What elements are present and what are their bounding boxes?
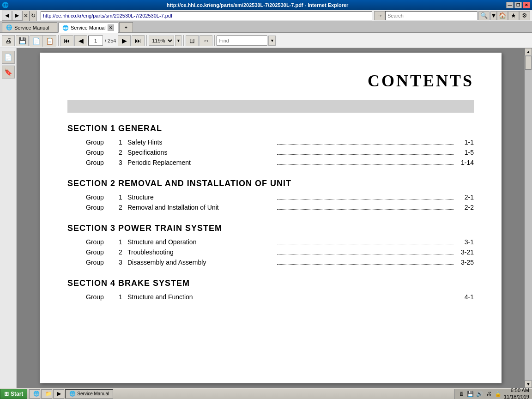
- favorites-button[interactable]: ★: [508, 11, 519, 20]
- print-button[interactable]: 🖨: [2, 35, 15, 46]
- toc-entry-4-1: Group 1 Structure and Function 4-1: [67, 292, 474, 302]
- pdf-view-buttons: 📄 📋: [30, 35, 56, 46]
- sidebar: 📄 🔖: [0, 48, 17, 388]
- tab-label-1: Service Manual: [71, 25, 106, 30]
- toc-entry-2-2: Group 2 Removal and Installation of Unit…: [67, 202, 474, 212]
- system-clock: 6:50 AM 11/18/2019: [504, 387, 529, 399]
- tab-label-0: Service Manual: [14, 25, 49, 30]
- start-label: Start: [11, 391, 23, 397]
- find-dropdown-button[interactable]: ▼: [268, 36, 276, 46]
- section2-title: SECTION 2 REMOVAL AND INSTALLATION OF UN…: [67, 179, 474, 188]
- separator-1: [58, 35, 59, 46]
- page-total: / 254: [104, 38, 117, 43]
- pdf-toolbar: 🖨 💾 📄 📋 ⏮ ◀ / 254 ▶ ⏭ 119% 100% 75% 150%…: [0, 33, 532, 48]
- search-options-button[interactable]: ▼: [490, 11, 497, 20]
- sidebar-pages-icon[interactable]: 📄: [2, 51, 15, 64]
- new-tab-button[interactable]: +: [119, 22, 133, 32]
- go-button[interactable]: →: [374, 11, 385, 20]
- tabs-bar: 🌐 Service Manual 🌐 Service Manual ✕ +: [0, 21, 532, 33]
- scroll-up-button[interactable]: ▲: [525, 48, 532, 55]
- separator-4: [214, 35, 215, 46]
- sidebar-bookmarks-icon[interactable]: 🔖: [2, 66, 15, 79]
- taskbar-pdf-label: Service Manual: [77, 391, 109, 396]
- contents-title: CONTENTS: [67, 71, 474, 91]
- first-page-button[interactable]: ⏮: [60, 35, 73, 46]
- nav-bar: ◀ ▶ ✕ ↻ → 🔍 ▼ 🏠 ★ ⚙: [0, 10, 532, 21]
- tray-monitor-icon: 🖥: [458, 390, 465, 398]
- taskbar-ie-icon[interactable]: 🌐: [29, 389, 40, 399]
- tray-disk-icon: 💾: [467, 390, 474, 398]
- address-input[interactable]: [41, 11, 372, 20]
- window-title: http://ce.hhi.co.kr/eng/parts/sm/202530L…: [167, 2, 349, 8]
- windows-logo: ⊞: [4, 391, 9, 397]
- scroll-down-button[interactable]: ▼: [525, 381, 532, 388]
- scroll-thumb[interactable]: [525, 56, 532, 70]
- page-number-input[interactable]: [88, 36, 103, 46]
- save-button[interactable]: 💾: [16, 35, 29, 46]
- toc-entry-1-1: Group 1 Safety Hints 1-1: [67, 137, 474, 147]
- tray-volume-icon[interactable]: 🔊: [476, 390, 484, 398]
- toc-entry-3-1: Group 1 Structure and Operation 3-1: [67, 237, 474, 247]
- search-input[interactable]: [385, 11, 478, 20]
- scroll-track[interactable]: [525, 55, 532, 381]
- fit-page-button[interactable]: ⊡: [186, 35, 199, 46]
- restore-button[interactable]: ❐: [514, 2, 522, 8]
- last-page-button[interactable]: ⏭: [132, 35, 145, 46]
- tray-lock-icon: 🔒: [495, 390, 502, 398]
- next-page-button[interactable]: ▶: [118, 35, 131, 46]
- start-button[interactable]: ⊞ Start: [0, 389, 27, 399]
- contents-header-bar: [67, 100, 474, 113]
- toc-entry-1-3: Group 3 Periodic Replacement 1-14: [67, 157, 474, 168]
- taskbar-ie-icon-2: 🌐: [69, 391, 76, 397]
- taskbar-items: 🌐 📁 ▶ 🌐 Service Manual: [27, 389, 454, 399]
- separator-3: [183, 35, 184, 46]
- zoom-select[interactable]: 119% 100% 75% 150%: [149, 36, 174, 46]
- refresh-button[interactable]: ↻: [30, 11, 37, 21]
- clock-date: 11/18/2019: [504, 394, 529, 399]
- find-input[interactable]: [217, 36, 267, 46]
- tab-close-button[interactable]: ✕: [108, 24, 114, 31]
- section4-title: SECTION 4 BRAKE SYSTEM: [67, 278, 474, 288]
- title-bar: 🌐 http://ce.hhi.co.kr/eng/parts/sm/20253…: [0, 0, 532, 10]
- separator-2: [146, 35, 147, 46]
- address-bar-container: →: [41, 11, 385, 20]
- taskbar: ⊞ Start 🌐 📁 ▶ 🌐 Service Manual 🖥 💾 🔊 🖨 🔒…: [0, 388, 532, 399]
- search-go-button[interactable]: 🔍: [478, 11, 490, 20]
- section3-title: SECTION 3 POWER TRAIN SYSTEM: [67, 224, 474, 233]
- search-container: 🔍 ▼: [385, 11, 497, 20]
- continuous-button[interactable]: 📋: [43, 36, 56, 47]
- clock-time: 6:50 AM: [504, 387, 529, 393]
- pdf-page: CONTENTS SECTION 1 GENERAL Group 1 Safet…: [40, 53, 502, 383]
- close-button[interactable]: ✕: [523, 2, 530, 8]
- tray-printer-icon: 🖨: [485, 390, 493, 398]
- taskbar-folder[interactable]: 📁: [41, 389, 52, 399]
- stop-button[interactable]: ✕: [22, 11, 30, 21]
- toc-entry-1-2: Group 2 Specifications 1-5: [67, 147, 474, 157]
- toc-entry-3-2: Group 2 Troubleshooting 3-21: [67, 247, 474, 257]
- back-button[interactable]: ◀: [2, 11, 12, 21]
- toc-entry-2-1: Group 1 Structure 2-1: [67, 192, 474, 202]
- fit-width-button[interactable]: ↔: [200, 35, 212, 46]
- tab-ie-icon-0: 🌐: [6, 24, 12, 30]
- forward-button[interactable]: ▶: [12, 11, 22, 21]
- prev-page-button[interactable]: ◀: [74, 35, 87, 46]
- toc-entry-3-3: Group 3 Disassembly and Assembly 3-25: [67, 257, 474, 267]
- tools-button[interactable]: ⚙: [519, 11, 530, 20]
- single-page-button[interactable]: 📄: [30, 36, 43, 47]
- pdf-viewer[interactable]: CONTENTS SECTION 1 GENERAL Group 1 Safet…: [17, 48, 525, 388]
- tab-1[interactable]: 🌐 Service Manual ✕: [58, 23, 118, 33]
- tab-ie-icon-1: 🌐: [62, 25, 69, 31]
- zoom-dropdown-button[interactable]: ▼: [175, 35, 181, 46]
- tab-0[interactable]: 🌐 Service Manual: [2, 22, 57, 32]
- home-button[interactable]: 🏠: [497, 11, 508, 20]
- window-controls: — ❐ ✕: [506, 2, 530, 8]
- taskbar-media[interactable]: ▶: [53, 389, 64, 399]
- main-area: 📄 🔖 CONTENTS SECTION 1 GENERAL Group 1 S…: [0, 48, 532, 388]
- taskbar-pdf-item[interactable]: 🌐 Service Manual: [65, 389, 113, 399]
- section1-title: SECTION 1 GENERAL: [67, 124, 474, 133]
- scrollbar[interactable]: ▲ ▼: [525, 48, 532, 388]
- system-tray: 🖥 💾 🔊 🖨 🔒 6:50 AM 11/18/2019: [454, 389, 532, 399]
- ie-icon: 🌐: [2, 2, 9, 8]
- minimize-button[interactable]: —: [506, 2, 514, 8]
